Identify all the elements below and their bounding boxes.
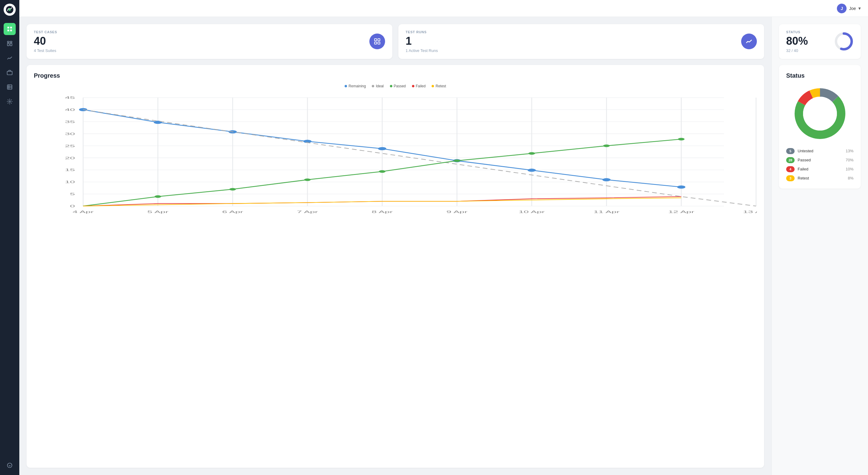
- status-metric-card: STATUS 80% 32 / 40: [779, 24, 861, 59]
- status-row-untested: 5 Untested 13%: [786, 148, 854, 154]
- sidebar-item-navigate[interactable]: [4, 459, 16, 471]
- svg-point-75: [454, 159, 460, 162]
- status-donut-small: [834, 32, 854, 51]
- svg-rect-10: [7, 71, 12, 75]
- metrics-row: TEST CASES 40 4 Test Suites TEST RUNS 1 …: [27, 24, 764, 59]
- svg-text:4 Apr: 4 Apr: [72, 210, 94, 214]
- svg-text:6 Apr: 6 Apr: [222, 210, 243, 214]
- test-runs-label: TEST RUNS: [406, 30, 438, 34]
- sidebar-item-dashboard[interactable]: [4, 23, 16, 35]
- test-cases-info: TEST CASES 40 4 Test Suites: [34, 30, 57, 53]
- svg-rect-9: [10, 43, 12, 46]
- svg-point-68: [602, 178, 611, 181]
- progress-chart-container: .grid-line { stroke: #e8eaed; stroke-wid…: [34, 92, 757, 219]
- chart-legend: Remaining Ideal Passed Failed: [34, 84, 757, 88]
- svg-text:13 Apr: 13 Apr: [743, 210, 757, 214]
- status-title: Status: [786, 72, 854, 79]
- failed-dot: [412, 85, 414, 87]
- svg-point-67: [528, 169, 536, 172]
- remaining-label: Remaining: [348, 84, 366, 88]
- untested-pct: 13%: [846, 149, 854, 153]
- failed-name: Failed: [798, 167, 843, 171]
- retest-badge: 3: [786, 175, 795, 181]
- sidebar-item-grid[interactable]: [4, 37, 16, 50]
- test-runs-card: TEST RUNS 1 1 Active Test Runs: [398, 24, 764, 59]
- progress-card: Progress Remaining Ideal Passed: [27, 65, 764, 468]
- left-panel: TEST CASES 40 4 Test Suites TEST RUNS 1 …: [19, 17, 771, 475]
- status-metric-info: STATUS 80% 32 / 40: [786, 30, 808, 53]
- status-legend: 5 Untested 13% 28 Passed 70% 4 Failed 10…: [786, 148, 854, 181]
- legend-ideal: Ideal: [372, 84, 383, 88]
- svg-text:9 Apr: 9 Apr: [446, 210, 467, 214]
- passed-badge: 28: [786, 157, 795, 163]
- passed-pct: 70%: [846, 158, 854, 162]
- svg-text:12 Apr: 12 Apr: [668, 210, 694, 214]
- svg-point-61: [79, 108, 87, 111]
- svg-point-71: [155, 195, 161, 198]
- legend-remaining: Remaining: [345, 84, 366, 88]
- progress-title: Progress: [34, 72, 757, 79]
- svg-text:10 Apr: 10 Apr: [519, 210, 545, 214]
- svg-text:20: 20: [65, 156, 75, 160]
- svg-point-76: [529, 152, 535, 154]
- progress-svg: .grid-line { stroke: #e8eaed; stroke-wid…: [34, 92, 757, 219]
- chevron-down-icon: ▾: [858, 5, 861, 11]
- user-menu[interactable]: J Joe ▾: [837, 4, 861, 13]
- legend-failed: Failed: [412, 84, 426, 88]
- svg-text:5: 5: [70, 192, 75, 196]
- page-body: TEST CASES 40 4 Test Suites TEST RUNS 1 …: [19, 17, 868, 475]
- svg-rect-4: [7, 30, 9, 31]
- svg-text:40: 40: [65, 108, 75, 112]
- status-row-passed: 28 Passed 70%: [786, 157, 854, 163]
- status-label: STATUS: [786, 30, 808, 34]
- untested-name: Untested: [798, 149, 843, 153]
- svg-text:11 Apr: 11 Apr: [593, 210, 620, 214]
- retest-pct: 8%: [848, 176, 854, 180]
- svg-text:7 Apr: 7 Apr: [297, 210, 318, 214]
- failed-badge: 4: [786, 166, 795, 172]
- svg-rect-3: [10, 27, 12, 29]
- topbar: J Joe ▾: [19, 0, 868, 17]
- svg-rect-8: [7, 43, 9, 46]
- svg-point-74: [379, 170, 386, 173]
- svg-point-77: [603, 144, 610, 147]
- svg-rect-17: [374, 39, 377, 41]
- svg-text:35: 35: [65, 120, 75, 124]
- failed-label: Failed: [416, 84, 426, 88]
- passed-dot: [390, 85, 392, 87]
- user-name: Joe: [849, 6, 856, 11]
- sidebar-item-projects[interactable]: [4, 66, 16, 79]
- sidebar-item-table[interactable]: [4, 81, 16, 93]
- sidebar: [0, 0, 19, 475]
- svg-point-78: [678, 138, 685, 140]
- svg-rect-19: [374, 42, 377, 44]
- svg-rect-2: [7, 27, 9, 29]
- svg-text:45: 45: [65, 95, 75, 99]
- test-cases-card: TEST CASES 40 4 Test Suites: [27, 24, 392, 59]
- sidebar-item-analytics[interactable]: [4, 52, 16, 64]
- svg-text:0: 0: [70, 204, 75, 208]
- svg-point-65: [378, 147, 386, 150]
- failed-pct: 10%: [846, 167, 854, 171]
- retest-label: Retest: [435, 84, 446, 88]
- svg-rect-5: [10, 30, 12, 31]
- svg-text:8 Apr: 8 Apr: [372, 210, 393, 214]
- svg-point-1: [9, 9, 11, 11]
- svg-rect-20: [378, 42, 380, 44]
- app-logo[interactable]: [4, 4, 16, 16]
- svg-rect-6: [7, 41, 9, 42]
- ideal-label: Ideal: [376, 84, 383, 88]
- ideal-dot: [372, 85, 374, 87]
- legend-passed: Passed: [390, 84, 406, 88]
- passed-name: Passed: [798, 158, 843, 162]
- test-cases-label: TEST CASES: [34, 30, 57, 34]
- svg-point-69: [677, 185, 685, 188]
- status-row-failed: 4 Failed 10%: [786, 166, 854, 172]
- svg-point-15: [9, 101, 10, 102]
- test-cases-sub: 4 Test Suites: [34, 48, 57, 53]
- sidebar-item-settings[interactable]: [4, 95, 16, 108]
- remaining-dot: [345, 85, 347, 87]
- untested-badge: 5: [786, 148, 795, 154]
- svg-rect-11: [7, 85, 12, 89]
- svg-rect-7: [10, 41, 12, 42]
